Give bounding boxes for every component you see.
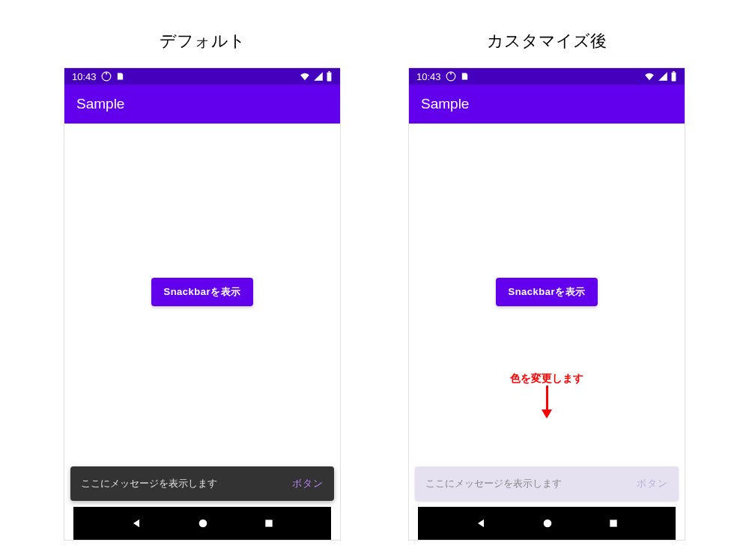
- svg-rect-9: [673, 71, 674, 73]
- svg-point-1: [105, 73, 106, 74]
- nav-home-icon[interactable]: [542, 517, 554, 529]
- wifi-icon: [299, 71, 311, 82]
- nav-back-icon[interactable]: [475, 517, 487, 529]
- snackbar-message: ここにメッセージを表示します: [81, 477, 217, 490]
- signal-icon: [313, 71, 324, 82]
- status-right: [643, 71, 677, 82]
- column-title-customized: カスタマイズ後: [487, 30, 607, 52]
- snackbar-action-button[interactable]: ボタン: [292, 477, 324, 490]
- app-title: Sample: [76, 96, 124, 112]
- status-notification-icon: [101, 71, 112, 82]
- status-left: 10:43: [416, 71, 469, 82]
- status-sim-icon: [461, 71, 469, 82]
- nav-wrapper: [64, 507, 340, 540]
- status-left: 10:43: [72, 71, 124, 82]
- snackbar-customized: ここにメッセージを表示します ボタン: [415, 466, 679, 501]
- column-title-default: デフォルト: [160, 30, 246, 52]
- battery-icon: [326, 71, 333, 82]
- status-notification-icon: [446, 71, 456, 82]
- svg-rect-2: [327, 73, 332, 82]
- default-column: デフォルト 10:43: [64, 30, 341, 560]
- wifi-icon: [643, 71, 655, 82]
- nav-home-icon[interactable]: [197, 517, 209, 529]
- status-bar: 10:43: [64, 68, 340, 85]
- navigation-bar: [73, 507, 331, 540]
- show-snackbar-button[interactable]: Snackbarを表示: [151, 278, 252, 306]
- battery-icon: [670, 71, 677, 82]
- status-time: 10:43: [416, 71, 441, 82]
- navigation-bar: [418, 507, 676, 540]
- status-time: 10:43: [72, 71, 97, 82]
- nav-back-icon[interactable]: [130, 517, 142, 529]
- svg-rect-3: [328, 71, 330, 73]
- snackbar-container: ここにメッセージを表示します ボタン: [64, 460, 340, 507]
- app-title: Sample: [421, 96, 469, 112]
- snackbar-action-button[interactable]: ボタン: [637, 477, 668, 490]
- svg-rect-11: [610, 520, 616, 526]
- show-snackbar-button[interactable]: Snackbarを表示: [496, 278, 597, 306]
- phone-frame-default: 10:43 Sample: [64, 67, 341, 541]
- snackbar-default: ここにメッセージを表示します ボタン: [70, 466, 334, 501]
- nav-recent-icon[interactable]: [264, 518, 274, 529]
- svg-point-10: [544, 520, 552, 528]
- customized-column: カスタマイズ後 10:43: [408, 30, 685, 560]
- phone-frame-customized: 10:43 Sample: [408, 67, 685, 541]
- status-sim-icon: [116, 71, 124, 82]
- signal-icon: [658, 71, 668, 82]
- status-right: [299, 71, 333, 82]
- app-bar: Sample: [64, 85, 340, 124]
- svg-point-7: [449, 73, 451, 74]
- svg-rect-8: [672, 73, 676, 82]
- content-area: Snackbarを表示 色を変更します: [409, 124, 685, 460]
- annotation-text: 色を変更します: [409, 372, 685, 386]
- nav-recent-icon[interactable]: [608, 518, 619, 529]
- svg-rect-5: [265, 520, 272, 526]
- status-bar: 10:43: [409, 68, 685, 85]
- snackbar-container: ここにメッセージを表示します ボタン: [409, 460, 685, 507]
- content-area: Snackbarを表示: [64, 124, 340, 460]
- annotation-arrow-icon: [542, 386, 552, 419]
- app-bar: Sample: [409, 85, 685, 124]
- nav-wrapper: [409, 507, 685, 540]
- svg-point-4: [199, 520, 207, 528]
- snackbar-message: ここにメッセージを表示します: [425, 477, 562, 490]
